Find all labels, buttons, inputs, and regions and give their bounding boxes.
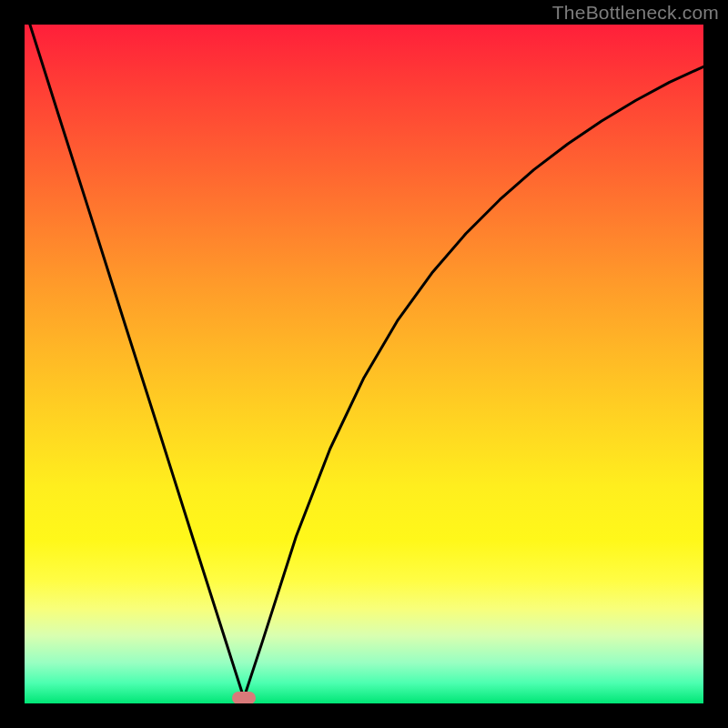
watermark-text: TheBottleneck.com	[552, 2, 719, 24]
plot-area	[25, 25, 703, 703]
chart-frame: TheBottleneck.com	[0, 0, 728, 728]
minimum-marker	[232, 692, 256, 703]
bottleneck-curve	[25, 25, 703, 703]
